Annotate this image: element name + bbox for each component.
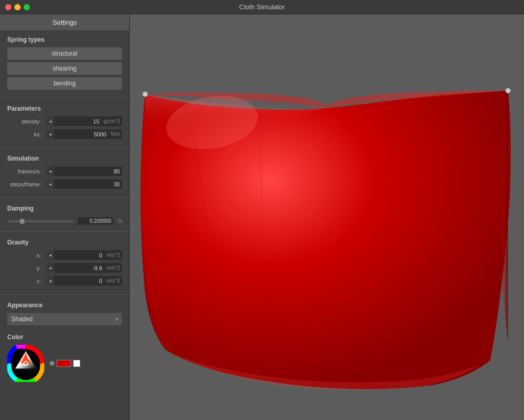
close-button[interactable] — [5, 4, 11, 10]
gravity-x-unit: m/s^2 — [104, 252, 122, 258]
density-unit: g/cm^2 — [101, 118, 122, 124]
density-spin-icon[interactable]: ◂ — [46, 116, 54, 126]
ks-unit: N/m — [109, 131, 122, 137]
appearance-label: Appearance — [7, 302, 122, 309]
gravity-y-value[interactable]: -9.8 — [54, 264, 104, 273]
minimize-button[interactable] — [14, 4, 21, 10]
gravity-z-label: z : — [7, 278, 46, 284]
main-layout: Settings Spring types structural shearin… — [0, 14, 524, 420]
chevron-right-icon: › — [116, 316, 118, 323]
density-label: density : — [7, 118, 46, 125]
gravity-y-row: y : ◂ -9.8 m/s^2 — [7, 263, 122, 273]
parameters-section: Parameters density : ◂ 15 g/cm^2 ks : ◂ … — [0, 100, 129, 145]
appearance-value: Shaded — [11, 316, 32, 323]
spring-structural-button[interactable]: structural — [7, 47, 122, 60]
spring-shearing-button[interactable]: shearing — [7, 62, 122, 75]
steps-value[interactable]: 30 — [54, 180, 122, 189]
color-swatch-white[interactable] — [73, 360, 80, 367]
density-row: density : ◂ 15 g/cm^2 — [7, 116, 122, 126]
cloth-render — [130, 14, 524, 420]
fps-value[interactable]: 90 — [54, 167, 122, 176]
gravity-y-label: y : — [7, 265, 46, 271]
ks-spin-icon[interactable]: ◂ — [46, 129, 54, 139]
ks-input-group: ◂ 5000 N/m — [46, 129, 122, 139]
appearance-dropdown[interactable]: Shaded › — [7, 313, 122, 325]
gravity-z-input-group: ◂ 0 m/s^2 — [46, 276, 122, 286]
maximize-button[interactable] — [24, 4, 30, 10]
svg-point-9 — [505, 88, 511, 93]
ks-value[interactable]: 5000 — [54, 130, 109, 139]
steps-input-group: ◂ 30 — [46, 179, 122, 189]
ks-label: ks : — [7, 131, 46, 137]
gravity-x-spin-icon[interactable]: ◂ — [46, 250, 54, 260]
simulation-section: Simulation frames/s : ◂ 90 steps/frame :… — [0, 150, 129, 195]
gravity-x-value[interactable]: 0 — [54, 251, 104, 260]
density-value[interactable]: 15 — [54, 117, 101, 126]
steps-spin-icon[interactable]: ◂ — [46, 179, 54, 189]
spring-bending-button[interactable]: bending — [7, 77, 122, 90]
color-section: Color — [0, 330, 129, 389]
color-label: Color — [7, 334, 122, 341]
ks-row: ks : ◂ 5000 N/m — [7, 129, 122, 139]
spring-types-label: Spring types — [7, 36, 122, 43]
gravity-z-unit: m/s^2 — [104, 278, 122, 284]
gravity-x-row: x : ◂ 0 m/s^2 — [7, 250, 122, 260]
steps-label: steps/frame : — [7, 181, 46, 187]
fps-row: frames/s : ◂ 90 — [7, 166, 122, 176]
gravity-section: Gravity x : ◂ 0 m/s^2 y : ◂ -9.8 m/s^2 z… — [0, 234, 129, 292]
damping-label: Damping — [7, 205, 122, 212]
gravity-z-spin-icon[interactable]: ◂ — [46, 276, 54, 286]
gravity-x-label: x : — [7, 252, 46, 258]
gravity-y-unit: m/s^2 — [104, 265, 122, 271]
damping-value[interactable]: 0.200000 — [78, 217, 114, 225]
gravity-y-input-group: ◂ -9.8 m/s^2 — [46, 263, 122, 273]
viewport[interactable] — [130, 14, 524, 420]
fps-spin-icon[interactable]: ◂ — [46, 166, 54, 176]
settings-header: Settings — [0, 14, 129, 31]
fps-label: frames/s : — [7, 168, 46, 174]
parameters-label: Parameters — [7, 105, 122, 112]
damping-slider[interactable] — [7, 220, 74, 222]
color-swatch-container — [49, 360, 80, 367]
density-input-group: ◂ 15 g/cm^2 — [46, 116, 122, 126]
fps-input-group: ◂ 90 — [46, 166, 122, 176]
titlebar: Cloth Simulator — [0, 0, 524, 14]
spring-types-section: Spring types structural shearing bending — [0, 31, 129, 95]
color-swatch-red[interactable] — [57, 360, 71, 367]
appearance-section: Appearance Shaded › — [0, 296, 129, 330]
traffic-lights — [5, 4, 30, 10]
sidebar: Settings Spring types structural shearin… — [0, 14, 130, 420]
steps-row: steps/frame : ◂ 30 — [7, 179, 122, 189]
color-dot — [49, 361, 55, 366]
damping-unit: % — [118, 218, 123, 224]
color-picker-wrapper — [7, 345, 122, 382]
gravity-x-input-group: ◂ 0 m/s^2 — [46, 250, 122, 260]
color-wheel[interactable] — [7, 345, 44, 382]
gravity-z-value[interactable]: 0 — [54, 276, 104, 286]
gravity-z-row: z : ◂ 0 m/s^2 — [7, 276, 122, 286]
gravity-label: Gravity — [7, 239, 122, 246]
window-title: Cloth Simulator — [239, 3, 285, 11]
svg-point-8 — [143, 92, 148, 97]
damping-row: 0.200000 % — [7, 216, 122, 226]
gravity-y-spin-icon[interactable]: ◂ — [46, 263, 54, 273]
damping-section: Damping 0.200000 % — [0, 200, 129, 229]
simulation-label: Simulation — [7, 155, 122, 162]
